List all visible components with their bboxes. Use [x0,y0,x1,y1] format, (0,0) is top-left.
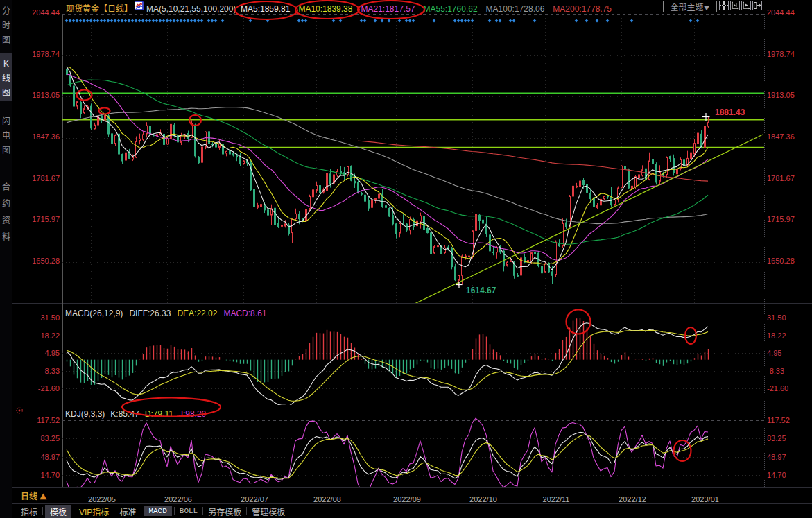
candle-body [112,134,113,144]
candle-body [157,135,158,136]
news-marker [630,19,634,23]
candle-body [313,190,314,197]
news-marker [166,19,169,23]
news-marker [398,19,401,23]
candle-body [379,194,380,198]
compress-left-icon[interactable] [730,1,740,10]
price-axis-label-right: 1913.05 [767,91,795,99]
candle-body [243,161,245,164]
candle-body [524,257,526,263]
line-chart-icon [135,1,145,12]
news-marker [304,19,308,23]
news-marker [110,19,114,23]
page-forward-icon[interactable] [752,1,762,10]
chart-canvas[interactable]: 1881.431614.672044.442044.441978.741978.… [0,0,812,518]
candle-body [472,231,474,257]
time-axis-label: 2022/11 [543,493,570,504]
news-marker [575,19,578,23]
candle-body [528,261,529,262]
candle-body [438,246,439,247]
candle-body [618,188,619,200]
ma-value-5: MA100:1728.06 [486,2,545,14]
candle-body [573,186,574,196]
toolbar-item-2[interactable]: 模板 [45,505,71,518]
sidebar-item-flash-chart[interactable]: 闪电图 [0,113,12,157]
toolbar-item-8[interactable]: 管理模板 [249,505,288,518]
news-markers [65,19,700,23]
price-axis-label-left: 2044.44 [32,8,60,17]
macd-dea-line [67,330,708,401]
candle-body [535,252,536,254]
kdj-j-line [67,418,708,493]
news-marker [107,19,110,23]
candle-body [517,275,519,277]
toolbar-item-3[interactable]: VIP指标 [76,505,112,518]
candle-body [607,196,609,197]
candle-body [496,248,498,252]
period-selector[interactable]: 日线 ▲ [21,490,46,501]
pan-icon[interactable] [719,1,729,10]
candle-body [569,196,571,227]
toolbar-item-4[interactable]: 标准 [116,505,139,518]
candle-body [594,198,595,207]
period-label: 日线 [21,490,37,501]
news-marker [69,19,72,23]
candle-body [198,157,200,162]
sidebar-item-timeshare-chart[interactable]: 分时图 [0,3,12,46]
candle-body [493,252,494,252]
candle-body [323,190,325,192]
kdj-d-line [67,435,708,478]
candle-body [191,123,193,138]
candle-body [84,109,85,113]
ma-value-6: MA200:1778.75 [553,2,612,14]
bottom-toolbar: 指标模板VIP指标标准MACDBOLL另存模板管理模板 [12,504,812,518]
price-axis-label-left: 1715.97 [32,215,60,223]
candle-body [167,139,169,144]
news-marker [207,19,211,23]
candle-body [212,144,214,144]
candle-body [431,233,432,254]
candle-body [701,134,702,147]
ma-settings-label: MA(5,10,21,55,100,200) [146,2,236,14]
kdj-k-line [67,432,708,479]
candle-body [164,134,165,144]
sidebar-item-kline-chart[interactable]: K线图 [0,53,12,101]
candle-body [451,248,453,267]
time-axis-label: 2022/09 [393,493,421,504]
macd-axis-label-right: 31.50 [767,313,786,322]
candle-body [708,123,709,126]
toolbar-item-6[interactable]: BOLL [177,506,200,516]
candle-body [219,144,221,148]
annotation-ellipse [189,115,201,126]
sidebar-item-contract-info[interactable]: 合约资料 [0,178,12,245]
news-marker [211,19,214,23]
candle-body [67,69,68,74]
news-marker [509,19,512,23]
candle-body [261,205,262,207]
toolbar-item-7[interactable]: 另存模板 [205,505,244,518]
toolbar-item-5[interactable]: MACD [144,506,171,516]
price-axis-label-right: 1978.74 [767,50,795,58]
candle-body [507,262,508,265]
candle-body [392,216,394,224]
toolbar-item-1[interactable]: 指标 [18,505,40,518]
news-marker [499,19,502,23]
macd-diff-line [67,323,708,406]
news-marker [363,19,367,23]
theme-selector-dropdown[interactable]: 全部主题▼ [663,1,717,12]
candle-body [205,132,207,147]
news-marker [301,19,304,23]
candle-body [271,209,273,215]
candle-body [653,159,654,163]
candle-body [240,157,241,163]
ma-line-55 [67,80,708,244]
candle-body [691,153,692,159]
candle-body [642,170,643,175]
ma-values-row: MA5:1859.81MA10:1839.38MA21:1817.57MA55:… [241,2,612,14]
candle-body [299,214,300,219]
expand-right-icon[interactable] [741,1,751,10]
candle-body [455,267,456,280]
candle-body [559,243,560,245]
candle-body [119,134,120,154]
news-marker [297,19,301,23]
